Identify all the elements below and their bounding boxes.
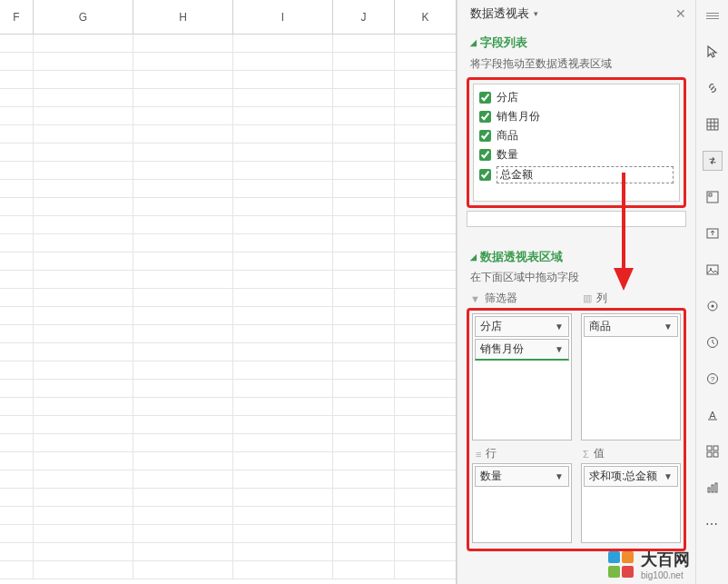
image-icon[interactable] <box>703 260 723 280</box>
filter-chip[interactable]: 分店 ▼ <box>475 316 569 337</box>
table-row[interactable] <box>0 398 456 416</box>
svg-rect-19 <box>707 446 712 450</box>
table-row[interactable] <box>0 252 456 271</box>
panel-dropdown-icon[interactable]: ▾ <box>534 9 538 18</box>
row-chip[interactable]: 数量 ▼ <box>475 466 569 487</box>
table-row[interactable] <box>0 434 456 452</box>
field-checkbox[interactable] <box>479 149 491 161</box>
link-icon[interactable] <box>703 78 723 98</box>
table-row[interactable] <box>0 180 456 198</box>
field-checkbox[interactable] <box>479 92 491 104</box>
table-row[interactable] <box>0 452 456 470</box>
chevron-down-icon[interactable]: ▼ <box>664 322 673 332</box>
chevron-down-icon[interactable]: ▼ <box>555 344 564 354</box>
table-row[interactable] <box>0 144 456 162</box>
col-header-j[interactable]: J <box>333 0 395 34</box>
panel-title: 数据透视表 <box>470 5 529 22</box>
svg-rect-2 <box>707 119 718 130</box>
table-row[interactable] <box>0 507 456 525</box>
col-header-k[interactable]: K <box>395 0 457 34</box>
history-icon[interactable] <box>703 332 723 352</box>
field-list[interactable]: 分店 销售月份 商品 数量 总金额 <box>473 84 680 202</box>
svg-rect-25 <box>715 483 717 492</box>
more-icon[interactable]: ⋯ <box>703 514 723 534</box>
cursor-icon[interactable] <box>703 42 723 62</box>
col-header-g[interactable]: G <box>34 0 133 34</box>
filter-area-label: ▼ 筛选器 <box>470 291 570 306</box>
chip-label: 数量 <box>480 469 502 484</box>
value-drop-zone[interactable]: 求和项:总金额 ▼ <box>581 463 681 543</box>
share-icon[interactable] <box>703 223 723 243</box>
fields-hint: 将字段拖动至数据透视表区域 <box>457 53 695 77</box>
field-checkbox[interactable] <box>479 130 491 142</box>
hamburger-icon[interactable] <box>703 5 723 25</box>
col-header-h[interactable]: H <box>133 0 233 34</box>
table-row[interactable] <box>0 307 456 325</box>
table-row[interactable] <box>0 216 456 234</box>
collapse-icon[interactable]: ◢ <box>470 38 477 47</box>
svg-rect-10 <box>707 265 718 274</box>
field-item[interactable]: 总金额 <box>479 164 674 185</box>
svg-point-13 <box>711 305 713 308</box>
filter-chip[interactable]: 销售月份 ▼ <box>475 339 569 361</box>
template-icon[interactable] <box>703 187 723 207</box>
help-icon[interactable]: ? <box>703 369 723 389</box>
table-row[interactable] <box>0 89 456 107</box>
table-row[interactable] <box>0 489 456 507</box>
table-row[interactable] <box>0 53 456 71</box>
field-item[interactable]: 分店 <box>479 88 674 107</box>
table-row[interactable] <box>0 162 456 180</box>
column-chip[interactable]: 商品 ▼ <box>584 316 678 337</box>
table-row[interactable] <box>0 343 456 361</box>
chevron-down-icon[interactable]: ▼ <box>555 322 564 332</box>
column-drop-zone[interactable]: 商品 ▼ <box>581 313 681 440</box>
table-row[interactable] <box>0 470 456 489</box>
close-icon[interactable]: ✕ <box>675 6 686 21</box>
field-label: 分店 <box>497 90 518 105</box>
table-row[interactable] <box>0 71 456 89</box>
column-area-label: ▥ 列 <box>583 291 683 306</box>
table-row[interactable] <box>0 107 456 125</box>
chip-label: 销售月份 <box>480 341 524 357</box>
chart-icon[interactable] <box>703 478 723 498</box>
table-row[interactable] <box>0 325 456 343</box>
watermark: 大百网 big100.net <box>608 549 690 580</box>
font-icon[interactable]: A <box>703 405 723 425</box>
table-row[interactable] <box>0 125 456 144</box>
apps-icon[interactable] <box>703 441 723 461</box>
table-row[interactable] <box>0 543 456 561</box>
table-row[interactable] <box>0 271 456 289</box>
table-row[interactable] <box>0 380 456 398</box>
chip-label: 求和项:总金额 <box>589 469 657 484</box>
filter-drop-zone[interactable]: 分店 ▼ 销售月份 ▼ <box>472 313 572 440</box>
field-item[interactable]: 数量 <box>479 145 674 164</box>
spreadsheet-grid[interactable]: F G H I J K <box>0 0 457 584</box>
table-row[interactable] <box>0 361 456 380</box>
collapse-icon[interactable]: ◢ <box>470 252 477 262</box>
field-item[interactable]: 商品 <box>479 126 674 145</box>
table-row[interactable] <box>0 234 456 252</box>
swap-icon[interactable] <box>703 151 723 171</box>
svg-rect-21 <box>707 452 712 457</box>
value-chip[interactable]: 求和项:总金额 ▼ <box>584 466 678 487</box>
table-row[interactable] <box>0 35 456 53</box>
settings-icon[interactable] <box>703 296 723 316</box>
table-row[interactable] <box>0 416 456 434</box>
field-label: 商品 <box>497 128 518 144</box>
column-headers: F G H I J K <box>0 0 456 35</box>
row-drop-zone[interactable]: 数量 ▼ <box>472 463 572 543</box>
chevron-down-icon[interactable]: ▼ <box>664 471 673 481</box>
field-checkbox[interactable] <box>479 169 491 181</box>
col-header-i[interactable]: I <box>233 0 333 34</box>
table-icon[interactable] <box>703 114 723 134</box>
table-row[interactable] <box>0 525 456 543</box>
chip-label: 商品 <box>589 319 611 334</box>
watermark-url: big100.net <box>641 570 690 580</box>
field-checkbox[interactable] <box>479 111 491 123</box>
field-item[interactable]: 销售月份 <box>479 107 674 126</box>
table-row[interactable] <box>0 561 456 579</box>
chevron-down-icon[interactable]: ▼ <box>555 471 564 481</box>
table-row[interactable] <box>0 289 456 307</box>
table-row[interactable] <box>0 198 456 216</box>
col-header-f[interactable]: F <box>0 0 34 34</box>
